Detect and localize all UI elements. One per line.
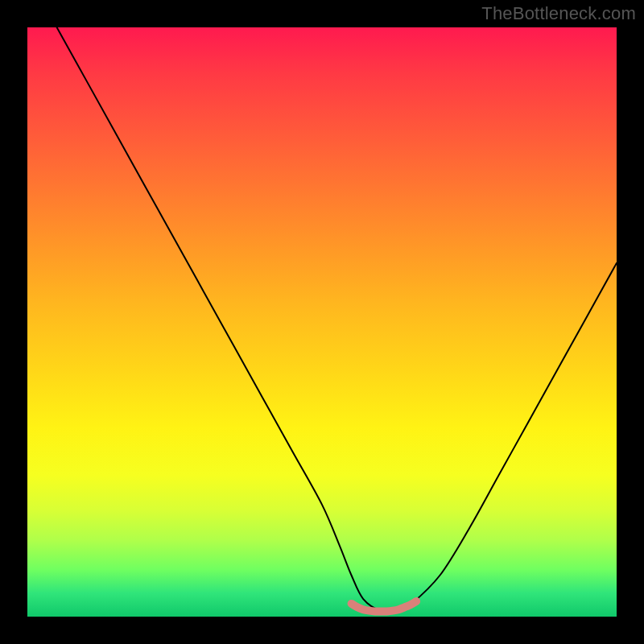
watermark-text: TheBottleneck.com <box>481 3 636 24</box>
plot-area <box>27 27 617 617</box>
optimal-band <box>352 601 417 611</box>
chart-container: TheBottleneck.com <box>0 0 644 644</box>
bottleneck-curve <box>57 27 617 612</box>
chart-svg <box>27 27 617 617</box>
